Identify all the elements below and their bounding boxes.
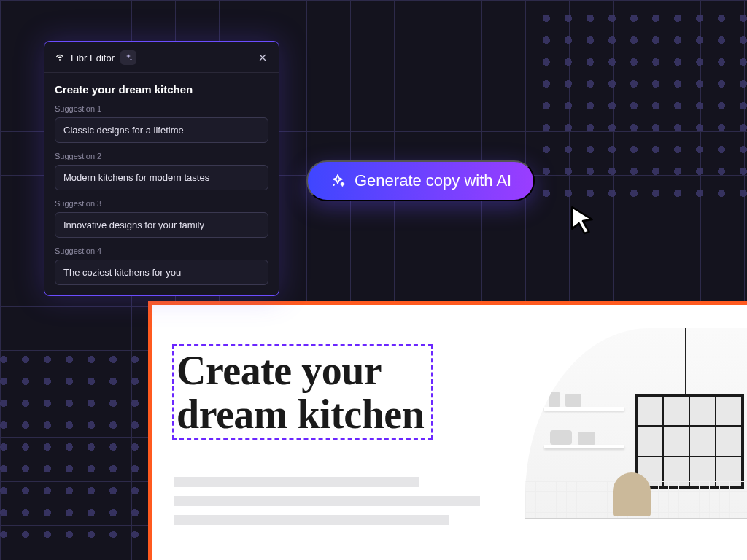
hero-line-2: dream kitchen <box>177 392 424 436</box>
editor-heading: Create your dream kitchen <box>44 73 279 98</box>
suggestion-label: Suggestion 4 <box>55 246 268 255</box>
editor-panel-header: Fibr Editor <box>44 42 279 73</box>
background-dots-top-right <box>535 7 747 197</box>
generate-copy-label: Generate copy with AI <box>355 171 511 190</box>
sparkle-icon <box>330 173 346 189</box>
hero-line-1: Create your <box>177 349 424 392</box>
suggestion-label: Suggestion 3 <box>55 199 268 208</box>
fibr-editor-panel: Fibr Editor Create your dream kitchen Su… <box>44 41 279 296</box>
suggestion-block-3: Suggestion 3 Innovative designs for your… <box>44 193 279 241</box>
suggestion-block-2: Suggestion 2 Modern kitchens for modern … <box>44 146 279 193</box>
suggestion-label: Suggestion 2 <box>55 152 268 160</box>
svg-point-1 <box>333 184 334 185</box>
svg-point-0 <box>59 59 61 61</box>
suggestion-option-2[interactable]: Modern kitchens for modern tastes <box>55 165 268 190</box>
selected-hero-text[interactable]: Create your dream kitchen <box>172 344 433 440</box>
cursor-icon <box>568 204 598 235</box>
suggestion-label: Suggestion 1 <box>55 104 268 113</box>
suggestion-option-1[interactable]: Classic designs for a lifetime <box>55 117 268 143</box>
close-icon[interactable] <box>257 52 268 63</box>
editor-title: Fibr Editor <box>71 52 115 63</box>
wifi-icon <box>55 52 65 63</box>
generate-copy-button[interactable]: Generate copy with AI <box>306 160 535 201</box>
page-preview: Create your dream kitchen <box>148 301 747 560</box>
suggestion-block-4: Suggestion 4 The coziest kitchens for yo… <box>44 241 279 295</box>
suggestion-option-3[interactable]: Innovative designs for your family <box>55 212 268 238</box>
paragraph-placeholder <box>174 477 480 534</box>
kitchen-image <box>525 328 747 560</box>
suggestion-block-1: Suggestion 1 Classic designs for a lifet… <box>44 98 279 146</box>
suggestion-option-4[interactable]: The coziest kitchens for you <box>55 260 268 285</box>
sparkle-icon <box>120 50 136 65</box>
